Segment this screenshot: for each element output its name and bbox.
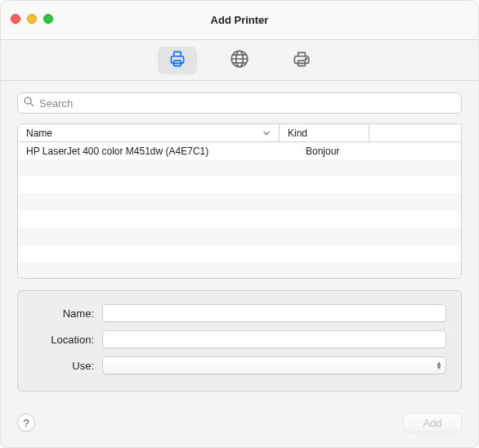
body: Name Kind HP LaserJet 400 color M451dw (…: [1, 81, 478, 447]
close-window-button[interactable]: [11, 14, 20, 24]
label-location: Location:: [25, 334, 102, 346]
table-header: Name Kind: [18, 124, 461, 142]
minimize-window-button[interactable]: [27, 14, 37, 24]
table-row: [18, 159, 461, 177]
table-row: [18, 194, 461, 211]
tab-default[interactable]: [158, 47, 197, 74]
label-name: Name:: [25, 307, 102, 320]
printer-icon: [167, 48, 188, 73]
column-header-name[interactable]: Name: [18, 124, 280, 141]
label-use: Use:: [25, 360, 102, 372]
add-button[interactable]: Add: [403, 413, 462, 432]
help-icon: ?: [23, 417, 29, 429]
zoom-window-button[interactable]: [43, 14, 53, 24]
svg-point-7: [25, 97, 31, 104]
tab-bar: [1, 40, 478, 81]
table-row: [18, 245, 461, 262]
titlebar: Add Printer: [1, 1, 478, 40]
cell-name: HP LaserJet 400 color M451dw (A4E7C1): [18, 146, 280, 157]
printer-table: Name Kind HP LaserJet 400 color M451dw (…: [17, 123, 462, 279]
tab-windows[interactable]: [282, 47, 321, 74]
advanced-printer-icon: [291, 48, 312, 73]
updown-icon: ▲▼: [436, 361, 442, 370]
table-row: [18, 211, 461, 228]
search-input[interactable]: [34, 96, 456, 110]
chevron-down-icon: [262, 129, 271, 137]
use-select[interactable]: ▲▼: [102, 356, 446, 374]
table-row: [18, 228, 461, 245]
column-header-spacer: [369, 124, 461, 141]
add-button-label: Add: [423, 417, 441, 429]
table-body: HP LaserJet 400 color M451dw (A4E7C1) Bo…: [18, 142, 461, 278]
table-row: [18, 177, 461, 194]
detail-section: Name: Location: Use: ▲▼: [17, 290, 462, 392]
help-button[interactable]: ?: [17, 414, 35, 432]
column-header-kind[interactable]: Kind: [280, 124, 369, 141]
window-title: Add Printer: [1, 14, 478, 26]
svg-point-6: [306, 58, 307, 60]
table-row: [18, 262, 461, 278]
svg-rect-0: [171, 56, 183, 63]
traffic-lights: [11, 14, 53, 24]
cell-kind: Bonjour: [280, 146, 369, 157]
footer: ? Add: [17, 413, 462, 432]
add-printer-window: Add Printer: [0, 0, 479, 448]
name-input[interactable]: [102, 304, 446, 322]
column-header-kind-label: Kind: [288, 128, 307, 139]
column-header-name-label: Name: [26, 128, 52, 139]
location-input[interactable]: [102, 330, 446, 348]
search-field[interactable]: [17, 92, 462, 114]
table-row[interactable]: HP LaserJet 400 color M451dw (A4E7C1) Bo…: [18, 142, 461, 159]
tab-ip[interactable]: [220, 47, 259, 74]
globe-icon: [229, 48, 250, 73]
search-icon: [23, 96, 34, 110]
